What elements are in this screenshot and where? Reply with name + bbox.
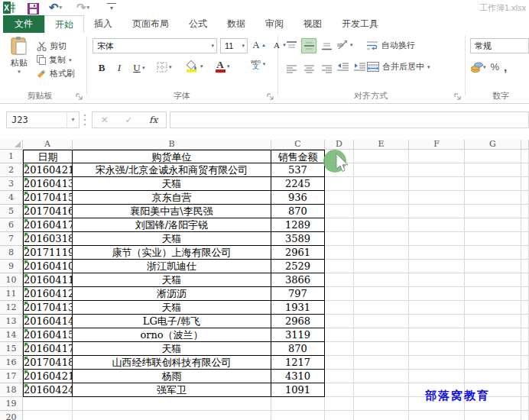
row-header-10[interactable]: 10 (0, 273, 23, 287)
cell[interactable] (521, 383, 529, 397)
cell[interactable] (354, 328, 409, 342)
row-header-17[interactable]: 17 (0, 370, 23, 383)
cell[interactable]: 日期 (23, 150, 73, 163)
number-format-combo[interactable]: 常规 (470, 38, 529, 53)
cell[interactable] (23, 397, 73, 411)
align-top-button[interactable] (284, 38, 299, 53)
cell[interactable] (409, 232, 465, 246)
column-header-G[interactable]: G (465, 140, 521, 150)
cell[interactable]: 销售金额 (271, 150, 325, 163)
cell[interactable]: 870 (271, 342, 325, 356)
cell[interactable] (325, 163, 354, 177)
cell[interactable]: 康节（实业）上海有限公司 (73, 246, 271, 260)
cell[interactable] (325, 246, 354, 260)
cell[interactable] (521, 218, 529, 232)
cell[interactable] (325, 411, 354, 420)
cell[interactable] (465, 411, 521, 420)
cell[interactable] (23, 411, 73, 420)
cell[interactable]: 杨雨 (73, 370, 271, 383)
cell[interactable] (354, 397, 409, 411)
cell[interactable]: 20160413 (23, 177, 73, 191)
cell[interactable]: 20170418 (23, 356, 73, 370)
cell[interactable]: 20170413 (23, 301, 73, 315)
cell[interactable] (409, 177, 465, 191)
cell[interactable] (521, 287, 529, 301)
cell[interactable] (521, 301, 529, 315)
cell[interactable]: 20171119 (23, 246, 73, 260)
cell[interactable]: 20160414 (23, 315, 73, 328)
format-painter-button[interactable]: 格式刷 (37, 68, 75, 79)
tab-formulas[interactable]: 公式 (179, 15, 217, 33)
accounting-format-button[interactable]: ▾ (471, 62, 486, 73)
row-header-5[interactable]: 5 (0, 205, 23, 218)
underline-button[interactable]: U▾ (131, 62, 145, 74)
cell[interactable]: 2968 (271, 315, 325, 328)
cell[interactable] (325, 383, 354, 397)
merge-center-button[interactable]: 合并后居中 ▾ (367, 61, 430, 73)
tab-file[interactable]: 文件 (3, 15, 44, 33)
formula-bar-grip[interactable] (84, 115, 86, 125)
cell[interactable]: 浙江凯迪仕 (73, 260, 271, 273)
cell[interactable]: 20160421 (23, 370, 73, 383)
cell[interactable]: 山西经纬联创科技有限公司 (73, 356, 271, 370)
phonetic-button[interactable]: wén 文 ▾ (251, 59, 265, 69)
cell[interactable] (521, 342, 529, 356)
cell[interactable] (354, 205, 409, 218)
cell[interactable] (325, 328, 354, 342)
cell[interactable] (409, 328, 465, 342)
column-header-D[interactable]: D (325, 140, 354, 150)
cell[interactable] (325, 273, 354, 287)
undo-button[interactable]: ↶▾ (49, 1, 62, 15)
cell[interactable]: 刘国锋/洛阳宇锐 (73, 218, 271, 232)
cancel-button[interactable]: ✕ (101, 115, 109, 125)
cell[interactable] (409, 411, 465, 420)
cell[interactable] (465, 205, 521, 218)
row-header-19[interactable]: 19 (0, 397, 23, 411)
cell[interactable] (354, 273, 409, 287)
cell[interactable] (465, 342, 521, 356)
cell[interactable] (325, 232, 354, 246)
cell[interactable]: 天猫 (73, 273, 271, 287)
cell[interactable]: 936 (271, 191, 325, 205)
cell[interactable] (465, 246, 521, 260)
cell[interactable] (465, 177, 521, 191)
cell[interactable] (465, 150, 521, 163)
cell[interactable] (409, 342, 465, 356)
row-header-12[interactable]: 12 (0, 301, 23, 315)
row-header-4[interactable]: 4 (0, 191, 23, 205)
cell[interactable] (409, 273, 465, 287)
tab-view[interactable]: 视图 (294, 15, 332, 33)
font-name-combo[interactable]: 宋体 ▾ (92, 38, 217, 53)
cell[interactable]: 20160411 (23, 273, 73, 287)
cell[interactable] (354, 163, 409, 177)
cell[interactable] (465, 191, 521, 205)
cell[interactable] (325, 260, 354, 273)
bold-button[interactable]: B (96, 62, 107, 74)
customize-qat-button[interactable]: ▾ (107, 3, 116, 12)
cell[interactable] (409, 370, 465, 383)
formula-input[interactable] (170, 111, 529, 128)
cell[interactable]: 天猫 (73, 342, 271, 356)
cell[interactable] (521, 273, 529, 287)
cell[interactable]: 20170416 (23, 205, 73, 218)
wrap-text-button[interactable]: 自动换行 (367, 40, 415, 51)
cell[interactable] (409, 287, 465, 301)
cell[interactable]: orno（波兰） (73, 328, 271, 342)
cell[interactable] (521, 246, 529, 260)
cell[interactable]: 淅沥沥 (73, 287, 271, 301)
clipboard-dialog-launcher[interactable] (76, 93, 83, 101)
cell[interactable]: 购货单位 (73, 150, 271, 163)
cell[interactable]: 3866 (271, 273, 325, 287)
cell[interactable] (354, 177, 409, 191)
font-color-button[interactable]: A ▾ (215, 60, 230, 73)
borders-button[interactable]: ▾ (157, 62, 172, 73)
cell[interactable] (354, 260, 409, 273)
row-header-15[interactable]: 15 (0, 342, 23, 356)
cell[interactable] (465, 232, 521, 246)
name-box[interactable]: J23 ▾ (6, 111, 80, 128)
cell[interactable] (354, 191, 409, 205)
cell[interactable]: 宋永强/北京金诚永和商贸有限公司 (73, 163, 271, 177)
cell[interactable] (325, 191, 354, 205)
row-header-9[interactable]: 9 (0, 260, 23, 273)
cell[interactable]: 4310 (271, 370, 325, 383)
